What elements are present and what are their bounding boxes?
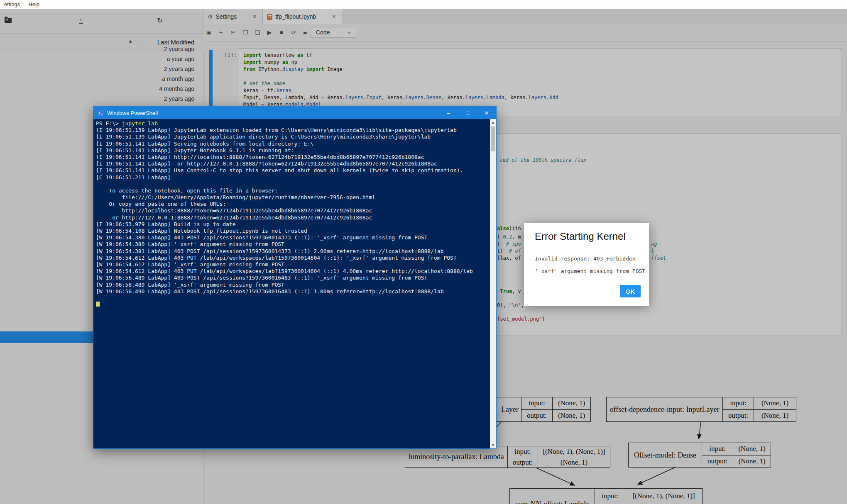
terminal-line: [I 19:06:51.141 LabApp] Serving notebook… (96, 141, 490, 147)
terminal-line: [I 19:06:51.141 LabApp] Use Control-C to… (96, 167, 490, 174)
terminal-line: [I 19:06:51.141 LabApp] Jupyter Notebook… (96, 147, 490, 154)
terminal-output: PS E:\> jupyter lab[I 19:06:51.139 LabAp… (96, 120, 490, 295)
terminal-line: file:///C:/Users/Henry/AppData/Roaming/j… (96, 194, 490, 201)
powershell-window: >_ Windows PowerShell –□✕ PS E:\> jupyte… (93, 106, 497, 449)
terminal-line: [W 19:06:54.380 LabApp] 403 POST /api/se… (96, 234, 490, 241)
terminal-line: [W 19:06:54.381 LabApp] 403 POST /api/se… (96, 248, 490, 255)
maximize-button[interactable]: □ (458, 107, 477, 119)
dialog-message-1: Invalid response: 403 Forbidden (535, 256, 636, 262)
minimize-button[interactable]: – (439, 107, 458, 119)
terminal-line: To access the notebook, open this file i… (96, 187, 490, 194)
menu-item-ettings[interactable]: ettings (0, 0, 24, 9)
terminal-line: [W 19:06:54.612 LabApp] 403 PUT /lab/api… (96, 255, 490, 261)
terminal-line: Or copy and paste one of these URLs: (96, 201, 490, 207)
error-dialog: Error Starting Kernel Invalid response: … (524, 223, 649, 306)
terminal-cursor (96, 302, 100, 307)
terminal-line: [W 19:06:54.612 LabApp] 403 PUT /lab/api… (96, 268, 490, 275)
powershell-title: Windows PowerShell (107, 110, 158, 116)
terminal-line: [W 19:06:56.490 LabApp] 403 POST /api/se… (96, 288, 490, 295)
terminal-body[interactable]: PS E:\> jupyter lab[I 19:06:51.139 LabAp… (93, 119, 496, 448)
ok-button[interactable]: OK (620, 285, 641, 297)
terminal-line: [W 19:06:56.489 LabApp] 403 POST /api/se… (96, 275, 490, 281)
terminal-line: [I 19:06:51.139 LabApp] JupyterLab exten… (96, 127, 490, 134)
scroll-down-icon[interactable]: ▼ (490, 442, 496, 448)
terminal-line: [I 19:06:51.141 LabApp] http://localhost… (96, 154, 490, 161)
terminal-command: jupyter lab (122, 120, 158, 127)
terminal-line: [W 19:06:54.612 LabApp] '_xsrf' argument… (96, 261, 490, 268)
scrollbar-thumb[interactable] (491, 127, 495, 151)
terminal-line (96, 181, 490, 187)
terminal-line: [W 19:06:54.108 LabApp] Notebook tfp_fli… (96, 228, 490, 234)
powershell-icon: >_ (97, 110, 104, 116)
scroll-up-icon[interactable]: ▲ (490, 119, 496, 126)
terminal-line: [I 19:06:51.139 LabApp] JupyterLab appli… (96, 134, 490, 140)
menu-bar: ettingsHelp (0, 0, 847, 9)
terminal-line: PS E:\> jupyter lab (96, 120, 490, 127)
terminal-line: [W 19:06:54.380 LabApp] '_xsrf' argument… (96, 241, 490, 248)
close-button[interactable]: ✕ (477, 107, 496, 119)
window-controls: –□✕ (439, 107, 496, 119)
screen: ettingsHelp + ↑ ↻ ▴ Last Modified 2 year… (0, 0, 847, 504)
terminal-line: or http://127.0.0.1:8888/?token=627124b7… (96, 214, 490, 221)
terminal-scrollbar[interactable]: ▲ ▼ (490, 119, 496, 448)
terminal-line: [W 19:06:56.489 LabApp] '_xsrf' argument… (96, 282, 490, 288)
terminal-line: [C 19:06:51.211 LabApp] (96, 174, 490, 181)
dialog-message-2: '_xsrf' argument missing from POST (535, 268, 645, 274)
dialog-title: Error Starting Kernel (535, 231, 626, 242)
terminal-line: [I 19:06:53.979 LabApp] Build is up to d… (96, 221, 490, 228)
terminal-line: http://localhost:8888/?token=627124b7191… (96, 207, 490, 214)
terminal-line: [I 19:06:51.141 LabApp] or http://127.0.… (96, 161, 490, 167)
menu-item-help[interactable]: Help (24, 0, 44, 9)
powershell-titlebar[interactable]: >_ Windows PowerShell –□✕ (93, 107, 496, 119)
